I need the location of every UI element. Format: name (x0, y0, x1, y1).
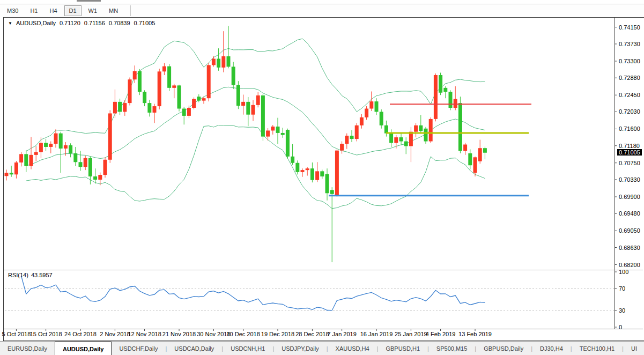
rsi-name: RSI(14) (8, 272, 28, 278)
chart-tab-sp500-m15[interactable]: SP500,M15 (429, 342, 475, 355)
timeframe-button-h4[interactable]: H4 (45, 5, 62, 16)
candle-body (93, 176, 97, 180)
candle-body (98, 175, 102, 180)
candle-body (419, 125, 423, 131)
candle-body (138, 71, 142, 92)
chart-tab-usdjpy-daily[interactable]: USDJPY,Daily (274, 342, 327, 355)
trading-platform-window: M30H1H4D1W1MN ▼ AUDUSD,Daily 0.71120 0.7… (0, 0, 644, 355)
time-axis-separator (4, 329, 643, 329)
candle-body (483, 148, 487, 153)
candle-body (133, 71, 137, 80)
candle-body (54, 134, 58, 144)
time-axis-label: 13 Feb 2019 (458, 331, 492, 337)
candle-body (123, 103, 127, 112)
candle-body (306, 168, 309, 170)
candle-body (44, 143, 48, 147)
timeframe-toolbar: M30H1H4D1W1MN (0, 4, 644, 17)
rsi-scale-label: 70 (619, 285, 625, 292)
candle-body (380, 112, 383, 125)
candle-body (217, 59, 220, 68)
time-axis-label: 12 Nov 2018 (128, 331, 161, 337)
candle-body (345, 136, 349, 144)
chart-tab-usdcnh-h1[interactable]: USDCNH,H1 (223, 342, 272, 355)
toolbar-separator (130, 5, 131, 16)
candle-body (158, 71, 161, 106)
candle-body (59, 134, 63, 149)
candle-body (202, 98, 206, 100)
chart-tab-usdcad-daily[interactable]: USDCAD,Daily (167, 342, 221, 355)
chart-tab-dj30-h4[interactable]: DJ30,H4 (532, 342, 571, 355)
candle-body (340, 144, 344, 151)
candle-body (19, 154, 23, 162)
candle-body (271, 127, 275, 130)
candle-body (320, 171, 324, 176)
timeframe-button-d1[interactable]: D1 (64, 5, 82, 16)
candle-body (207, 65, 211, 98)
candle-body (197, 97, 201, 100)
price-axis-label: 0.71180 (619, 143, 640, 149)
candle-body (454, 99, 457, 108)
candle-body (310, 168, 314, 180)
candle-body (330, 190, 334, 194)
candle-body (434, 75, 438, 119)
time-axis-label: 4 Feb 2019 (426, 331, 456, 337)
candle-body (335, 151, 339, 195)
candle-body (49, 144, 53, 147)
candle-body (404, 142, 408, 146)
timeframe-button-mn[interactable]: MN (104, 5, 123, 16)
candle-body (34, 152, 38, 155)
candle-body (301, 170, 305, 172)
candle-body (79, 162, 83, 167)
timeframe-button-m30[interactable]: M30 (2, 5, 23, 16)
candle-body (73, 153, 77, 162)
chart-tab-usdchf-daily[interactable]: USDCHF,Daily (112, 342, 165, 355)
chart-tab-tech100-h1[interactable]: TECH100,H1 (572, 342, 622, 355)
candle-body (103, 160, 107, 175)
chart-tab-audusd-daily[interactable]: AUDUSD,Daily (55, 342, 112, 355)
candle-body (182, 109, 186, 116)
time-axis-label: 2 Nov 2018 (100, 331, 130, 337)
candlestick-chart-canvas[interactable] (4, 18, 643, 339)
candle-body (108, 113, 112, 159)
time-axis-label: 28 Dec 2018 (295, 331, 329, 337)
candle-body (29, 155, 33, 166)
price-axis-label: 0.69050 (619, 227, 640, 234)
rsi-value: 43.5957 (31, 272, 53, 278)
candle-body (291, 157, 294, 163)
rsi-pane-splitter[interactable] (4, 270, 643, 270)
candle-body (473, 157, 477, 173)
candle-body (241, 102, 245, 106)
chart-tab-gbpusd-daily[interactable]: GBPUSD,Daily (476, 342, 531, 355)
toolbar-button-edge (77, 0, 101, 2)
candle-body (147, 103, 151, 113)
candle-body (350, 136, 354, 139)
candle-body (399, 137, 403, 141)
price-axis-label: 0.74150 (619, 24, 640, 31)
candle-body (360, 117, 364, 125)
time-axis-label: 10 Dec 2018 (226, 331, 260, 337)
time-axis-label: 25 Jan 2019 (395, 331, 427, 337)
candle-body (463, 145, 467, 151)
candle-body (429, 119, 433, 142)
candle-body (24, 154, 28, 166)
timeframe-button-w1[interactable]: W1 (84, 5, 102, 16)
chart-tab-gbpusd-h1[interactable]: GBPUSD,H1 (378, 342, 427, 355)
candle-body (212, 59, 216, 65)
candle-body (389, 134, 393, 143)
price-axis-label: 0.69900 (619, 194, 640, 200)
candle-body (443, 88, 447, 92)
candle-body (162, 66, 166, 72)
candle-body (39, 143, 43, 152)
candle-body (478, 148, 482, 161)
timeframe-button-h1[interactable]: H1 (25, 5, 42, 16)
candle-body (187, 108, 191, 116)
candle-body (468, 153, 472, 165)
candle-body (69, 145, 72, 153)
candle-body (10, 173, 13, 174)
candle-body (221, 56, 225, 68)
rsi-line (21, 276, 485, 310)
chart-tab-ui[interactable]: UI (624, 342, 644, 355)
chart-tab-eurusd-daily[interactable]: EURUSD,Daily (0, 342, 55, 355)
chart-tab-xauusd-h4[interactable]: XAUUSD,H4 (328, 342, 377, 355)
candle-body (113, 102, 117, 114)
